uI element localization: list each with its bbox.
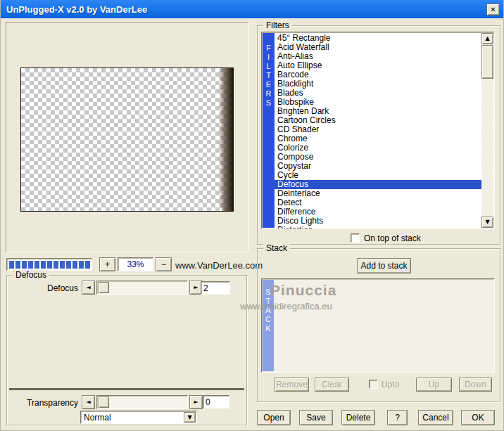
defocus-slider-label: Defocus: [29, 283, 78, 293]
zoom-progress-segments: [9, 261, 90, 269]
left-arrow-icon: ◄: [86, 285, 90, 290]
group-separator: [9, 388, 244, 390]
strip-letter: L: [263, 62, 275, 71]
strip-letter: F: [263, 44, 275, 53]
clear-button[interactable]: Clear: [315, 378, 349, 392]
window-title: UnPlugged-X v2.0 by VanDerLee: [1, 4, 147, 15]
zoom-in-button[interactable]: +: [99, 257, 115, 271]
scroll-thumb[interactable]: [481, 45, 493, 79]
cancel-button[interactable]: Cancel: [418, 410, 453, 425]
add-to-stack-button[interactable]: Add to stack: [357, 258, 411, 274]
preview-image[interactable]: [20, 67, 234, 212]
plus-icon: +: [105, 259, 110, 269]
unplugged-x-dialog: UnPlugged-X v2.0 by VanDerLee ✕ + 33% − …: [0, 0, 504, 431]
filters-list: F I L T E R S 45° Rectangle Acid Waterfa…: [261, 32, 495, 229]
filter-item[interactable]: Copystar: [275, 162, 483, 171]
strip-letter: T: [263, 71, 275, 80]
vanderlee-link[interactable]: www.VanDerLee.com: [175, 260, 263, 271]
upto-label: Upto: [382, 380, 399, 390]
blend-mode-select[interactable]: Normal ▼: [80, 411, 197, 424]
ok-button[interactable]: OK: [461, 410, 495, 425]
scroll-down-button[interactable]: ▼: [481, 217, 493, 228]
blend-mode-value: Normal: [84, 413, 111, 423]
help-button[interactable]: ?: [387, 410, 408, 425]
watermark-name: Pinuccia: [270, 282, 336, 299]
stack-group-label: Stack: [263, 243, 290, 253]
strip-letter: E: [263, 80, 275, 89]
on-top-label: On top of stack: [364, 233, 421, 243]
delete-button[interactable]: Delete: [341, 410, 375, 425]
strip-letter: K: [263, 324, 274, 333]
filter-item[interactable]: Deinterlace: [275, 189, 483, 198]
close-button[interactable]: ✕: [486, 4, 500, 15]
scroll-up-icon: ▲: [485, 36, 489, 41]
defocus-slider-track[interactable]: [96, 281, 188, 295]
chevron-down-icon: ▼: [187, 415, 191, 420]
remove-button[interactable]: Remove: [275, 378, 309, 392]
filter-item[interactable]: Distortion: [275, 226, 483, 229]
transparency-inc-button[interactable]: ►: [189, 395, 203, 409]
filters-scrollbar[interactable]: ▲ ▼: [481, 33, 493, 228]
zoom-level: 33%: [118, 257, 153, 271]
zoom-progress-bar: [6, 258, 92, 271]
strip-letter: I: [263, 53, 275, 62]
transparency-dec-button[interactable]: ◄: [82, 395, 95, 409]
defocus-group-label: Defocus: [13, 270, 49, 280]
zoom-out-button[interactable]: −: [156, 257, 172, 271]
transparency-slider-label: Transparency: [22, 398, 78, 408]
down-button[interactable]: Down: [459, 378, 492, 392]
filters-group-label: Filters: [263, 20, 292, 30]
strip-letter: R: [263, 89, 275, 98]
on-top-checkbox[interactable]: [351, 233, 360, 243]
strip-letter: C: [263, 315, 274, 324]
filters-strip: F I L T E R S: [263, 33, 275, 228]
defocus-slider-thumb[interactable]: [99, 282, 109, 293]
defocus-gradient-band: [213, 68, 233, 211]
right-arrow-icon: ►: [194, 285, 198, 290]
defocus-value-input[interactable]: [201, 281, 230, 295]
transparency-slider-track[interactable]: [96, 395, 188, 409]
titlebar: UnPlugged-X v2.0 by VanDerLee: [1, 0, 504, 18]
open-button[interactable]: Open: [257, 410, 291, 425]
defocus-dec-button[interactable]: ◄: [82, 281, 95, 295]
close-icon: ✕: [490, 6, 496, 13]
transparency-value-input[interactable]: [203, 395, 229, 409]
up-button[interactable]: Up: [416, 378, 452, 392]
right-arrow-icon: ►: [194, 399, 198, 405]
watermark-url: www.maidiregrafica.eu: [240, 301, 332, 311]
strip-letter: S: [263, 98, 275, 108]
blend-mode-dropdown-button[interactable]: ▼: [184, 412, 196, 423]
minus-icon: −: [161, 259, 166, 269]
filter-item[interactable]: Blacklight: [275, 79, 483, 89]
scroll-up-button[interactable]: ▲: [481, 33, 493, 44]
left-arrow-icon: ◄: [86, 399, 90, 405]
scroll-down-icon: ▼: [485, 219, 489, 225]
save-button[interactable]: Save: [299, 410, 333, 425]
transparency-slider-thumb[interactable]: [99, 397, 109, 408]
upto-checkbox[interactable]: [369, 380, 378, 389]
